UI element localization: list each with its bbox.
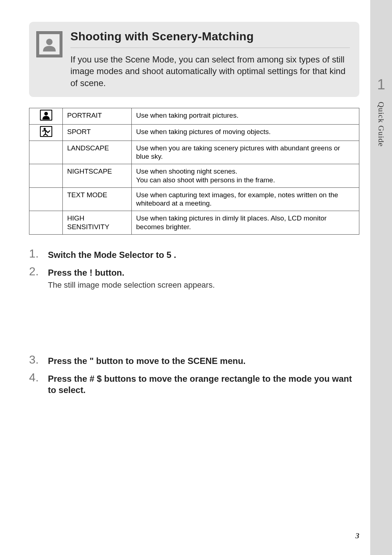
step-heading: Press the " button to move to the SCENE …: [48, 355, 359, 366]
page: Shooting with Scenery-Matching If you us…: [0, 0, 392, 555]
page-number: 3: [355, 531, 359, 540]
page-title: Shooting with Scenery-Matching: [70, 30, 350, 48]
step-4: Press the # $ buttons to move the orange…: [29, 373, 359, 396]
step-1: Switch the Mode Selector to 5 .: [29, 249, 359, 260]
sidebar-tab: 1 Quick Guide: [370, 0, 392, 555]
main-content: Shooting with Scenery-Matching If you us…: [0, 0, 370, 555]
steps-list: Switch the Mode Selector to 5 . Press th…: [29, 249, 359, 396]
header-text: Shooting with Scenery-Matching If you us…: [70, 30, 350, 89]
mode-desc: Use when shooting night scenes. You can …: [132, 164, 359, 188]
svg-point-2: [44, 112, 48, 116]
icon-cell: [29, 141, 63, 164]
icon-cell: [29, 211, 63, 235]
spacer: [29, 297, 359, 355]
table-row: LANDSCAPE Use when you are taking scener…: [29, 141, 359, 164]
portrait-header-icon: [36, 31, 62, 57]
mode-desc: Use when taking pictures in dimly lit pl…: [132, 211, 359, 235]
mode-desc: Use when taking pictures of moving objec…: [132, 124, 359, 141]
table-row: NIGHTSCAPE Use when shooting night scene…: [29, 164, 359, 188]
icon-cell: [29, 164, 63, 188]
svg-point-0: [46, 39, 53, 45]
sport-mode-icon: [40, 126, 52, 139]
header-block: Shooting with Scenery-Matching If you us…: [29, 22, 359, 97]
table-row: TEXT MODE Use when capturing text images…: [29, 187, 359, 211]
table-row: PORTRAIT Use when taking portrait pictur…: [29, 108, 359, 125]
icon-cell: [29, 124, 63, 141]
step-heading: Press the ! button.: [48, 267, 359, 278]
mode-name: LANDSCAPE: [63, 141, 132, 164]
icon-cell: [29, 108, 63, 125]
mode-name: SPORT: [63, 124, 132, 141]
mode-name: HIGH SENSITIVITY: [63, 211, 132, 235]
step-heading: Switch the Mode Selector to 5 .: [48, 249, 359, 260]
portrait-icon-inner: [39, 34, 60, 54]
mode-name: NIGHTSCAPE: [63, 164, 132, 188]
icon-cell: [29, 187, 63, 211]
mode-name: TEXT MODE: [63, 187, 132, 211]
mode-name: PORTRAIT: [63, 108, 132, 125]
chapter-label: Quick Guide: [376, 102, 386, 147]
mode-desc: Use when capturing text images, for exam…: [132, 187, 359, 211]
page-intro: If you use the Scene Mode, you can selec…: [70, 54, 350, 89]
mode-desc: Use when taking portrait pictures.: [132, 108, 359, 125]
scene-mode-table: PORTRAIT Use when taking portrait pictur…: [29, 108, 359, 235]
portrait-icon: [41, 36, 57, 52]
table-row: HIGH SENSITIVITY Use when taking picture…: [29, 211, 359, 235]
chapter-number: 1: [370, 76, 392, 93]
table-row: SPORT Use when taking pictures of moving…: [29, 124, 359, 141]
mode-desc: Use when you are taking scenery pictures…: [132, 141, 359, 164]
svg-point-4: [44, 128, 46, 130]
portrait-mode-icon: [40, 110, 52, 123]
step-heading: Press the # $ buttons to move the orange…: [48, 373, 359, 396]
step-2: Press the ! button. The still image mode…: [29, 267, 359, 291]
step-3: Press the " button to move to the SCENE …: [29, 355, 359, 366]
step-body: The still image mode selection screen ap…: [48, 280, 359, 291]
